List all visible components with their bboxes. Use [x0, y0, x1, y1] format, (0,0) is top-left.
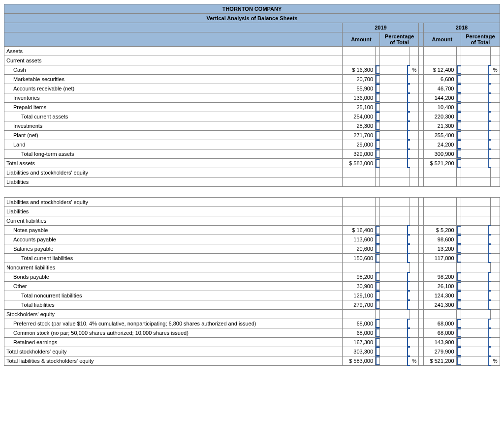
amount-2018[interactable]: 241,300 — [423, 300, 456, 310]
amount-2018[interactable]: 220,300 — [423, 112, 456, 121]
pct-2018-input[interactable] — [461, 254, 490, 263]
amount-2019[interactable]: 20,600 — [343, 244, 376, 254]
amount-2019[interactable]: 150,600 — [343, 254, 376, 263]
pct-2019-input[interactable] — [380, 235, 410, 244]
amount-2019[interactable]: 68,000 — [343, 319, 376, 328]
amount-2019[interactable]: 25,100 — [343, 103, 376, 112]
pct-2019-input[interactable] — [380, 282, 410, 291]
amount-2019[interactable]: 30,900 — [343, 282, 376, 291]
amount-2018[interactable]: 21,300 — [423, 121, 456, 131]
pct-2019-input[interactable] — [380, 131, 410, 140]
pct-2018-input[interactable] — [461, 226, 490, 235]
pct-2018-input[interactable] — [461, 84, 490, 93]
pct-2019-input[interactable] — [380, 149, 410, 159]
amount-2018[interactable]: 24,200 — [423, 140, 456, 149]
amount-2019[interactable]: 55,900 — [343, 84, 376, 93]
pct-2018-input[interactable] — [461, 282, 490, 291]
amount-2018[interactable]: 68,000 — [423, 328, 456, 338]
amount-2018[interactable]: 143,900 — [423, 338, 456, 347]
pct-2019-input[interactable] — [380, 319, 410, 328]
amount-2019[interactable]: 129,100 — [343, 291, 376, 300]
pct-2018-input[interactable] — [461, 65, 490, 75]
pct-2018-input[interactable] — [461, 131, 490, 140]
pct-2018-input[interactable] — [461, 235, 490, 244]
amount-2019[interactable]: 136,000 — [343, 93, 376, 103]
pct-2018-input[interactable] — [461, 121, 490, 131]
pct-2019-input[interactable] — [380, 338, 410, 347]
pct-2018-input[interactable] — [461, 112, 490, 121]
amount-2018[interactable]: $ 5,200 — [423, 226, 456, 235]
amount-2018[interactable]: 98,600 — [423, 235, 456, 244]
pct-2018-input[interactable] — [461, 93, 490, 103]
pct-2018-input[interactable] — [461, 149, 490, 159]
amount-2019[interactable]: 329,000 — [343, 149, 376, 159]
pct-2018-input[interactable] — [461, 328, 490, 338]
amount-2019[interactable]: 279,700 — [343, 300, 376, 310]
amount-2019[interactable]: 68,000 — [343, 328, 376, 338]
pct-2018-input[interactable] — [461, 319, 490, 328]
pct-2019-input[interactable] — [380, 254, 410, 263]
amount-2018[interactable]: $ 521,200 — [423, 159, 456, 168]
amount-2019[interactable]: $ 583,000 — [343, 159, 376, 168]
pct-2019-input[interactable] — [380, 291, 410, 300]
amount-2019[interactable]: $ 16,400 — [343, 226, 376, 235]
pct-2019-input[interactable] — [380, 121, 410, 131]
pct-2019-input[interactable] — [380, 328, 410, 338]
amount-2019[interactable]: 167,300 — [343, 338, 376, 347]
pct-symbol — [410, 254, 419, 263]
pct-2019-input[interactable] — [380, 356, 410, 366]
amount-2019[interactable]: 271,700 — [343, 131, 376, 140]
amount-2018[interactable]: $ 12,400 — [423, 65, 456, 75]
pct-2019-input[interactable] — [380, 226, 410, 235]
pct-2019-input[interactable] — [380, 84, 410, 93]
amount-2019[interactable]: 254,000 — [343, 112, 376, 121]
pct-2018-input[interactable] — [461, 300, 490, 310]
pct-2019-input[interactable] — [380, 272, 410, 282]
amount-2018[interactable]: 26,100 — [423, 282, 456, 291]
amount-2018[interactable]: 6,600 — [423, 75, 456, 84]
amount-2018[interactable]: 98,200 — [423, 272, 456, 282]
pct-2018-input[interactable] — [461, 338, 490, 347]
pct-2018-input[interactable] — [461, 140, 490, 149]
amount-2018[interactable]: 117,000 — [423, 254, 456, 263]
pct-2018-input[interactable] — [461, 103, 490, 112]
pct-2018-input[interactable] — [461, 272, 490, 282]
amount-2018[interactable]: 10,400 — [423, 103, 456, 112]
pct-2019-input[interactable] — [380, 112, 410, 121]
pct-2018-input[interactable] — [461, 159, 490, 168]
pct-2018-input[interactable] — [461, 347, 490, 356]
amount-2018[interactable]: 300,900 — [423, 149, 456, 159]
amount-2018[interactable]: 144,200 — [423, 93, 456, 103]
pct-2019-input[interactable] — [380, 93, 410, 103]
row-label: Inventories — [4, 93, 343, 103]
amount-2019[interactable]: 98,200 — [343, 272, 376, 282]
amount-2019[interactable]: 28,300 — [343, 121, 376, 131]
pct-2019-input[interactable] — [380, 244, 410, 254]
amount-2018[interactable]: 46,700 — [423, 84, 456, 93]
amount-2019[interactable]: $ 583,000 — [343, 356, 376, 366]
pct-2018-input[interactable] — [461, 291, 490, 300]
pct-2018-input[interactable] — [461, 244, 490, 254]
pct-2019-input[interactable] — [380, 65, 410, 75]
amount-2019[interactable]: 20,700 — [343, 75, 376, 84]
amount-2018[interactable]: 13,200 — [423, 244, 456, 254]
amount-2019[interactable]: $ 16,300 — [343, 65, 376, 75]
pct-2018-input[interactable] — [461, 75, 490, 84]
pct-2019-input[interactable] — [380, 159, 410, 168]
row-label: Retained earnings — [4, 338, 343, 347]
amount-2018[interactable]: 255,400 — [423, 131, 456, 140]
pct-2018-input[interactable] — [461, 356, 490, 366]
amount-2018[interactable]: $ 521,200 — [423, 356, 456, 366]
table-row: Retained earnings167,300143,900 — [4, 338, 500, 347]
pct-2019-input[interactable] — [380, 140, 410, 149]
amount-2018[interactable]: 68,000 — [423, 319, 456, 328]
amount-2018[interactable]: 279,900 — [423, 347, 456, 356]
pct-2019-input[interactable] — [380, 347, 410, 356]
pct-2019-input[interactable] — [380, 103, 410, 112]
amount-2018[interactable]: 124,300 — [423, 291, 456, 300]
amount-2019[interactable]: 113,600 — [343, 235, 376, 244]
pct-2019-input[interactable] — [380, 75, 410, 84]
amount-2019[interactable]: 303,300 — [343, 347, 376, 356]
pct-2019-input[interactable] — [380, 300, 410, 310]
amount-2019[interactable]: 29,000 — [343, 140, 376, 149]
